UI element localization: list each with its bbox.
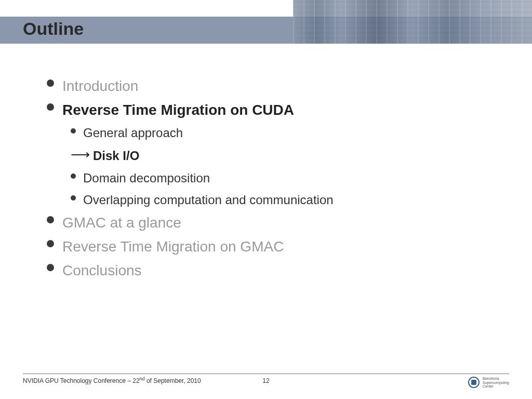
bullet-icon [71,174,76,179]
bullet-text: General approach [83,126,183,140]
subbullet-disk-io: ⟶ Disk I/O [71,148,511,164]
header-collage [293,0,532,44]
content-area: Introduction Reverse Time Migration on C… [47,78,511,286]
bullet-icon [47,216,54,223]
bullet-text: Disk I/O [93,149,139,163]
bullet-rtm-gmac: Reverse Time Migration on GMAC [47,238,511,255]
bullet-icon [71,195,76,201]
bullet-text: Reverse Time Migration on GMAC [62,238,284,255]
subbullet-general: General approach [71,126,511,140]
logo-icon [468,377,480,388]
subbullet-overlap: Overlapping computation and communicatio… [71,193,511,207]
subbullet-domain: Domain decomposition [71,171,511,185]
bullet-text: Reverse Time Migration on CUDA [62,102,294,118]
bullet-icon [71,128,76,134]
slide-title: Outline [23,19,84,39]
bullet-text: Conclusions [62,262,142,279]
logo-line1: Barcelona [483,377,509,381]
bullet-gmac: GMAC at a glance [47,215,511,231]
footer-page-number: 12 [0,377,532,384]
bullet-icon [47,79,54,87]
bullet-rtm-cuda: Reverse Time Migration on CUDA [47,102,511,118]
slide: Outline Introduction Reverse Time Migrat… [0,0,532,399]
bullet-text: Introduction [62,78,138,95]
bullet-introduction: Introduction [47,78,511,95]
bullet-text: GMAC at a glance [62,215,181,231]
bullet-icon [47,240,54,247]
logo-line2: Supercomputing [483,381,509,385]
bullet-conclusions: Conclusions [47,262,511,279]
bullet-icon [47,103,54,111]
bullet-text: Domain decomposition [83,171,210,185]
bullet-icon [47,264,54,271]
logo-line3: Center [483,384,509,389]
logo-text: Barcelona Supercomputing Center [483,377,509,389]
arrow-icon: ⟶ [71,147,89,163]
footer-logo: Barcelona Supercomputing Center [468,377,509,389]
bullet-text: Overlapping computation and communicatio… [83,193,334,207]
footer-rule [23,374,509,374]
